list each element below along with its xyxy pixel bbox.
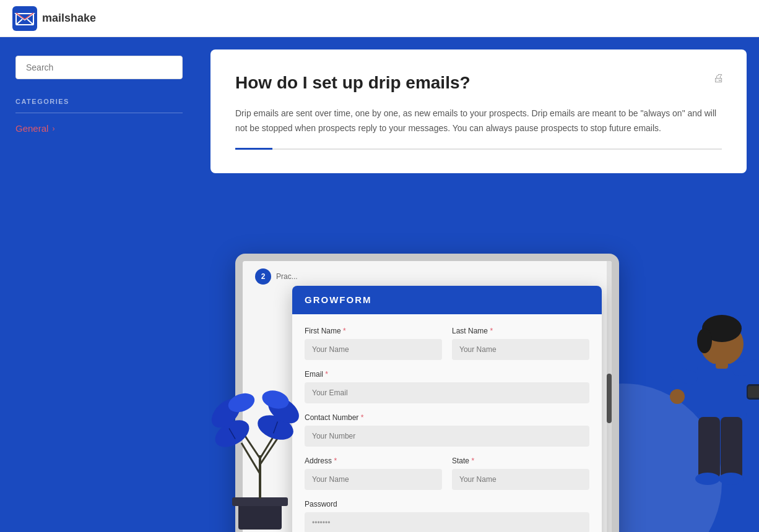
- main-layout: CATEGORIES General › How do I set up dri…: [0, 37, 759, 532]
- form-col-address: Address *: [305, 457, 442, 490]
- password-label: Password: [305, 500, 589, 508]
- form-col-first-name: First Name *: [305, 327, 442, 360]
- content-area: How do I set up drip emails? 🖨 Drip emai…: [198, 37, 759, 532]
- svg-line-9: [241, 443, 260, 474]
- state-label: State *: [452, 457, 589, 465]
- logo[interactable]: mailshake: [12, 6, 96, 31]
- svg-point-23: [697, 328, 712, 353]
- svg-rect-28: [748, 386, 759, 398]
- top-nav: mailshake: [0, 0, 759, 37]
- address-input[interactable]: [305, 469, 442, 490]
- categories-label: CATEGORIES: [15, 98, 183, 105]
- contact-label: Contact Number *: [305, 413, 589, 422]
- print-icon[interactable]: 🖨: [713, 72, 724, 85]
- scrollbar-thumb[interactable]: [607, 374, 612, 423]
- form-row-name: First Name * Last Name *: [305, 327, 589, 360]
- state-required: *: [471, 457, 474, 465]
- category-general-label: General: [15, 123, 48, 134]
- sidebar: CATEGORIES General ›: [0, 37, 198, 532]
- form-col-email: Email *: [305, 370, 589, 403]
- svg-point-32: [719, 473, 744, 485]
- form-row-contact: Contact Number *: [305, 413, 589, 447]
- plant-illustration: [204, 369, 316, 532]
- logo-text: mailshake: [42, 12, 96, 25]
- form-row-address: Address * State *: [305, 457, 589, 490]
- form-col-contact: Contact Number *: [305, 413, 589, 447]
- contact-required: *: [361, 413, 364, 422]
- svg-rect-34: [716, 361, 728, 369]
- svg-point-31: [695, 473, 720, 485]
- first-name-label: First Name *: [305, 327, 442, 335]
- form-col-state: State *: [452, 457, 589, 490]
- email-label: Email *: [305, 370, 589, 379]
- bottom-decoration: 2 Prac... GROWFORM: [198, 161, 759, 532]
- form-col-last-name: Last Name *: [452, 327, 589, 360]
- svg-rect-30: [721, 417, 742, 479]
- last-name-input[interactable]: [452, 339, 589, 360]
- svg-rect-29: [698, 417, 720, 479]
- svg-point-33: [670, 389, 685, 404]
- article-title: How do I set up drip emails?: [235, 72, 722, 94]
- growform-header: GROWFORM: [292, 286, 602, 314]
- growform-body: First Name * Last Name *: [292, 314, 602, 532]
- tablet-scrollbar[interactable]: [607, 261, 612, 532]
- categories-divider: [15, 113, 183, 113]
- contact-input[interactable]: [305, 426, 589, 447]
- svg-rect-7: [232, 497, 288, 506]
- search-input[interactable]: [15, 56, 183, 79]
- article-tab-active-indicator: [235, 148, 272, 150]
- step-circle: 2: [255, 268, 271, 285]
- growform-title: GROWFORM: [305, 294, 371, 305]
- password-input[interactable]: [305, 512, 589, 532]
- growform-popup: GROWFORM First Name *: [292, 286, 602, 532]
- mailshake-logo-icon: [12, 6, 37, 31]
- form-row-email: Email *: [305, 370, 589, 403]
- state-input[interactable]: [452, 469, 589, 490]
- chevron-right-icon: ›: [52, 124, 54, 133]
- last-name-required: *: [490, 327, 493, 335]
- last-name-label: Last Name *: [452, 327, 589, 335]
- address-label: Address *: [305, 457, 442, 465]
- svg-rect-25: [669, 366, 699, 386]
- sidebar-item-general[interactable]: General ›: [15, 123, 183, 134]
- form-row-password: Password: [305, 500, 589, 532]
- email-required: *: [325, 370, 328, 379]
- step-text: Prac...: [276, 272, 298, 281]
- form-col-password: Password: [305, 500, 589, 532]
- article-card: How do I set up drip emails? 🖨 Drip emai…: [210, 49, 747, 173]
- first-name-required: *: [343, 327, 346, 335]
- svg-line-10: [260, 437, 279, 465]
- address-required: *: [334, 457, 337, 465]
- first-name-input[interactable]: [305, 339, 442, 360]
- article-body: Drip emails are sent over time, one by o…: [235, 106, 722, 136]
- email-input[interactable]: [305, 382, 589, 403]
- person-illustration: [654, 294, 759, 532]
- article-tab-bar: [235, 148, 722, 150]
